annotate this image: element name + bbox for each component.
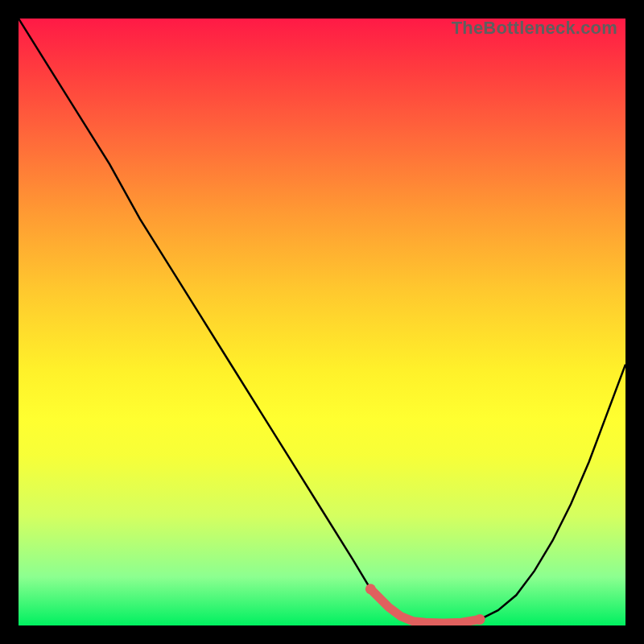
plot-area: TheBottleneck.com [19,19,625,625]
optimal-region-indicator [19,19,625,625]
watermark-text: TheBottleneck.com [452,19,617,38]
svg-point-0 [365,584,376,594]
svg-point-1 [475,614,485,625]
chart-frame: TheBottleneck.com [0,0,644,644]
